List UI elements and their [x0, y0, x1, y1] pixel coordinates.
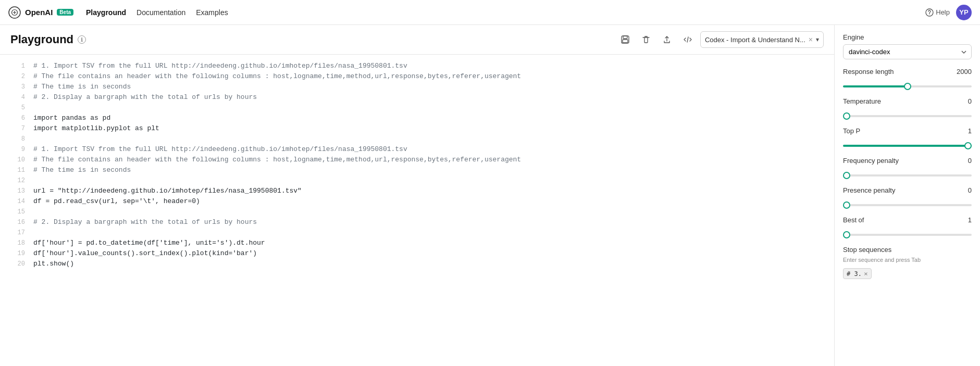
line-number: 8: [8, 134, 25, 144]
stop-sequence-tag-value: # 3.: [847, 270, 862, 277]
preset-close-icon[interactable]: ×: [809, 35, 813, 44]
page-title: Playground ℹ: [10, 33, 86, 46]
save-icon: [621, 35, 630, 44]
code-view-button[interactable]: [679, 31, 696, 48]
presence-penalty-slider-container: [843, 199, 972, 208]
engine-label: Engine: [843, 33, 972, 41]
nav-documentation[interactable]: Documentation: [137, 8, 185, 17]
response-length-label: Response length: [843, 68, 894, 75]
line-content: df['hour'] = pd.to_datetime(df['time'], …: [33, 238, 265, 248]
best-of-row: Best of 1: [843, 216, 972, 224]
line-content: # 1. Import TSV from the full URL http:/…: [33, 61, 407, 71]
line-number: 20: [8, 259, 25, 269]
presence-penalty-row: Presence penalty 0: [843, 186, 972, 194]
temperature-slider-container: [843, 110, 972, 119]
info-icon[interactable]: ℹ: [78, 35, 86, 44]
frequency-penalty-slider[interactable]: [843, 174, 972, 176]
line-number: 14: [8, 196, 25, 207]
trash-icon: [641, 35, 651, 44]
line-content: import matplotlib.pyplot as plt: [33, 123, 159, 134]
save-button[interactable]: [617, 31, 634, 48]
table-row: 12: [0, 175, 834, 186]
nav-playground[interactable]: Playground: [86, 8, 126, 17]
line-content: # The file contains an header with the f…: [33, 71, 521, 82]
top-p-row: Top P 1: [843, 127, 972, 135]
temperature-section: Temperature 0: [843, 97, 972, 119]
presence-penalty-label: Presence penalty: [843, 186, 895, 194]
best-of-label: Best of: [843, 216, 864, 224]
response-length-row: Response length 2000: [843, 68, 972, 75]
temperature-slider[interactable]: [843, 115, 972, 117]
frequency-penalty-row: Frequency penalty 0: [843, 157, 972, 165]
avatar[interactable]: YP: [956, 5, 972, 20]
delete-button[interactable]: [638, 31, 654, 48]
line-content: df['hour'].value_counts().sort_index().p…: [33, 248, 257, 259]
line-number: 6: [8, 113, 25, 123]
line-number: 19: [8, 248, 25, 259]
temperature-value: 0: [968, 97, 972, 105]
line-number: 18: [8, 238, 25, 248]
line-number: 16: [8, 217, 25, 228]
line-number: 3: [8, 82, 25, 92]
table-row: 18df['hour'] = pd.to_datetime(df['time']…: [0, 238, 834, 248]
stop-sequences-hint: Enter sequence and press Tab: [843, 257, 972, 263]
line-content: # The time is in seconds: [33, 82, 131, 92]
stop-sequence-remove-1[interactable]: ×: [864, 270, 868, 277]
nav-right: Help YP: [925, 5, 972, 20]
frequency-penalty-slider-container: [843, 170, 972, 178]
best-of-value: 1: [968, 216, 972, 224]
stop-sequences-section: Stop sequences Enter sequence and press …: [843, 246, 972, 279]
temperature-label: Temperature: [843, 97, 881, 105]
response-length-slider[interactable]: [843, 85, 972, 87]
best-of-slider[interactable]: [843, 234, 972, 236]
table-row: 11# The time is in seconds: [0, 165, 834, 175]
presence-penalty-slider[interactable]: [843, 204, 972, 206]
table-row: 5: [0, 103, 834, 113]
page-toolbar: Playground ℹ: [0, 25, 834, 55]
line-content: df = pd.read_csv(url, sep='\t', header=0…: [33, 196, 200, 207]
line-number: 10: [8, 155, 25, 165]
table-row: 4# 2. Display a bargraph with the total …: [0, 92, 834, 103]
table-row: 3# The time is in seconds: [0, 82, 834, 92]
response-length-section: Response length 2000: [843, 68, 972, 89]
top-p-slider-container: [843, 140, 972, 148]
response-length-slider-container: [843, 81, 972, 89]
table-row: 8: [0, 134, 834, 144]
best-of-slider-container: [843, 229, 972, 237]
page-title-text: Playground: [10, 33, 73, 46]
presence-penalty-section: Presence penalty 0: [843, 186, 972, 208]
line-number: 2: [8, 71, 25, 82]
frequency-penalty-section: Frequency penalty 0: [843, 157, 972, 178]
share-icon: [662, 35, 672, 44]
line-number: 17: [8, 228, 25, 238]
logo-text: OpenAI: [25, 8, 53, 17]
code-editor[interactable]: 1# 1. Import TSV from the full URL http:…: [0, 55, 834, 366]
table-row: 14df = pd.read_csv(url, sep='\t', header…: [0, 196, 834, 207]
table-row: 9# 1. Import TSV from the full URL http:…: [0, 144, 834, 155]
line-number: 12: [8, 175, 25, 186]
frequency-penalty-label: Frequency penalty: [843, 157, 899, 165]
line-content: import pandas as pd: [33, 113, 110, 123]
main-layout: Playground ℹ: [0, 25, 980, 366]
help-button[interactable]: Help: [925, 8, 950, 17]
line-number: 1: [8, 61, 25, 71]
preset-selector[interactable]: Codex - Import & Understand N... × ▾: [700, 31, 824, 48]
line-content: # 1. Import TSV from the full URL http:/…: [33, 144, 407, 155]
right-panel: Engine davinci-codex cushman-codex text-…: [834, 25, 980, 366]
engine-section: Engine davinci-codex cushman-codex text-…: [843, 33, 972, 59]
top-p-slider[interactable]: [843, 145, 972, 147]
table-row: 17: [0, 228, 834, 238]
logo: OpenAI Beta: [8, 6, 73, 19]
line-content: # The time is in seconds: [33, 165, 131, 175]
svg-rect-3: [623, 36, 627, 39]
table-row: 7import matplotlib.pyplot as plt: [0, 123, 834, 134]
line-content: # 2. Display a bargraph with the total o…: [33, 217, 257, 228]
engine-select[interactable]: davinci-codex cushman-codex text-davinci…: [843, 44, 972, 59]
best-of-section: Best of 1: [843, 216, 972, 237]
line-number: 9: [8, 144, 25, 155]
preset-chevron-icon[interactable]: ▾: [816, 36, 819, 43]
share-button[interactable]: [659, 31, 675, 48]
table-row: 10# The file contains an header with the…: [0, 155, 834, 165]
preset-name: Codex - Import & Understand N...: [705, 36, 805, 44]
nav-examples[interactable]: Examples: [196, 8, 228, 17]
